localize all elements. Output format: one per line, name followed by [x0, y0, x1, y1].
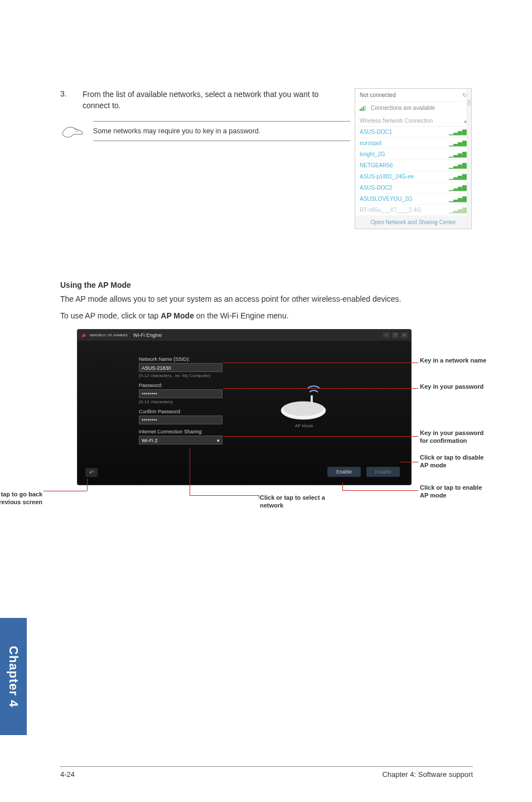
scroll-thumb[interactable] — [467, 100, 471, 105]
password-input[interactable]: ******** — [139, 389, 223, 398]
engine-figure: REPUBLIC OF GAMERS Wi-Fi Engine − ? × Ne… — [43, 329, 456, 519]
callout-select: Click or tap to select a network — [260, 494, 338, 509]
network-item[interactable]: NETGEAR56▁▃▅▇ — [355, 160, 471, 171]
ap-instr-post: on the Wi-Fi Engine menu. — [194, 311, 289, 320]
confirm-label: Confirm Password: — [139, 409, 223, 414]
chevron-down-icon: ▾ — [217, 436, 220, 444]
popup-scrollbar[interactable] — [467, 89, 471, 229]
network-name: ASUS-p1801_24G-ee — [360, 173, 414, 180]
share-label: Internet Connection Sharing: — [139, 429, 223, 434]
engine-title: Wi-Fi Engine — [133, 332, 162, 338]
svg-rect-6 — [365, 105, 366, 111]
ap-mode-label: AP Mode — [295, 423, 313, 428]
network-name: eurospot — [360, 140, 381, 146]
callout-name: Key in a network name — [420, 357, 487, 364]
share-value: Wi-Fi 2 — [142, 436, 158, 444]
network-item[interactable]: ASUSLOVEYOU_2G▁▃▅▇ — [355, 194, 471, 205]
ap-instr-bold: AP Mode — [161, 311, 194, 320]
svg-rect-5 — [363, 107, 364, 111]
brand-text: REPUBLIC OF GAMERS — [90, 334, 128, 337]
ssid-input[interactable]: ASUS-21830 — [139, 363, 223, 372]
signal-icon: ▁▃▅▇ — [449, 129, 467, 135]
callout-line — [43, 491, 87, 491]
ap-description: The AP mode allows you to set your syste… — [60, 294, 473, 305]
ap-instr-pre: To use AP mode, click or tap — [60, 311, 161, 320]
svg-rect-4 — [361, 108, 362, 111]
network-name: NETGEAR56 — [360, 162, 393, 168]
callout-confirm: Key in your password for confirmation — [420, 429, 487, 444]
connections-available-label: Connections are available — [371, 105, 435, 111]
callout-line — [342, 490, 418, 491]
close-button[interactable]: × — [401, 332, 408, 338]
step-text: From the list of available networks, sel… — [83, 89, 345, 111]
wireless-section-label: Wireless Network Connection ▴ — [355, 115, 471, 127]
network-item[interactable]: ASUS-DOC2▁▃▅▇ — [355, 182, 471, 194]
network-name: RT-n65u___#7____2.4G — [360, 207, 421, 213]
engine-form: Network Name (SSID): ASUS-21830 (5-12 ch… — [139, 352, 223, 445]
network-name: ASUS-DOC1 — [360, 129, 392, 135]
callout-line — [190, 448, 190, 495]
step-number: 3. — [60, 89, 83, 111]
callout-line — [259, 495, 259, 499]
network-item[interactable]: ASUS-DOC1▁▃▅▇ — [355, 127, 471, 138]
back-button[interactable]: ↶ — [85, 468, 98, 477]
svg-rect-3 — [360, 109, 361, 111]
password-hint: (8-12 characters) — [139, 399, 223, 404]
signal-icon: ▁▃▅▇ — [449, 185, 467, 191]
ap-heading: Using the AP Mode — [60, 281, 473, 289]
network-name: ASUSLOVEYOU_2G — [360, 196, 412, 202]
network-list: ASUS-DOC1▁▃▅▇ eurospot▁▃▅▇ knight_2G▁▃▅▇… — [355, 127, 471, 216]
network-item[interactable]: knight_2G▁▃▅▇ — [355, 149, 471, 160]
ap-instruction: To use AP mode, click or tap AP Mode on … — [60, 311, 473, 322]
ap-mode-section: Using the AP Mode The AP mode allows you… — [60, 281, 473, 519]
callout-enable: Click or tap to enable AP mode — [420, 484, 487, 499]
access-point-illustration — [273, 380, 340, 424]
network-item[interactable]: eurospot▁▃▅▇ — [355, 138, 471, 149]
window-controls: − ? × — [383, 332, 408, 338]
svg-rect-2 — [311, 395, 313, 407]
connections-available-row: Connections are available — [355, 102, 471, 115]
note-box: Some networks may require you to key in … — [93, 121, 350, 141]
page-number: 4-24 — [60, 770, 75, 779]
callout-line — [223, 363, 418, 363]
network-name: knight_2G — [360, 151, 385, 157]
callout-line — [342, 482, 343, 490]
signal-icon: ▁▃▅▇ — [449, 162, 467, 168]
svg-point-1 — [283, 402, 323, 416]
ssid-label: Network Name (SSID): — [139, 356, 223, 362]
password-label: Password: — [139, 383, 223, 388]
help-button[interactable]: ? — [392, 332, 399, 338]
enable-button[interactable]: Enable — [327, 467, 361, 477]
popup-header: Not connected ↻ — [355, 89, 471, 102]
callout-line — [87, 479, 88, 491]
signal-icon: ▁▃▅▇ — [449, 151, 467, 157]
wireless-label: Wireless Network Connection — [360, 118, 433, 124]
rog-logo-icon — [81, 332, 88, 338]
callout-line — [400, 462, 418, 462]
network-item[interactable]: ASUS-p1801_24G-ee▁▃▅▇ — [355, 171, 471, 182]
callout-line — [190, 495, 259, 496]
confirm-input[interactable]: ******** — [139, 416, 223, 424]
signal-icon: ▁▃▅▇ — [449, 196, 467, 202]
engine-titlebar: REPUBLIC OF GAMERS Wi-Fi Engine − ? × — [78, 330, 411, 341]
disable-button[interactable]: Disable — [366, 467, 400, 477]
callout-back: Click or tap to go back to previous scre… — [0, 491, 42, 505]
network-item[interactable]: RT-n65u___#7____2.4G▁▃▅▇ — [355, 205, 471, 216]
callout-line — [223, 388, 418, 389]
minimize-button[interactable]: − — [383, 332, 390, 338]
wifi-bars-icon — [360, 104, 367, 111]
open-network-center-link[interactable]: Open Network and Sharing Center — [355, 216, 471, 229]
windows-network-popup: Not connected ↻ Connections are availabl… — [355, 88, 472, 229]
callout-line — [223, 436, 418, 437]
refresh-icon[interactable]: ↻ — [462, 92, 467, 98]
footer-chapter-label: Chapter 4: Software support — [382, 770, 473, 779]
callout-disable: Click or tap to disable AP mode — [420, 454, 487, 468]
signal-icon: ▁▃▅▇ — [449, 207, 467, 213]
share-select[interactable]: Wi-Fi 2 ▾ — [139, 436, 223, 445]
callout-password: Key in your password — [420, 383, 487, 390]
wifi-engine-window: REPUBLIC OF GAMERS Wi-Fi Engine − ? × Ne… — [77, 329, 412, 485]
not-connected-label: Not connected — [360, 92, 396, 98]
chapter-side-tab: Chapter 4 — [0, 618, 27, 735]
signal-icon: ▁▃▅▇ — [449, 140, 467, 146]
rog-brand: REPUBLIC OF GAMERS Wi-Fi Engine — [81, 332, 162, 338]
